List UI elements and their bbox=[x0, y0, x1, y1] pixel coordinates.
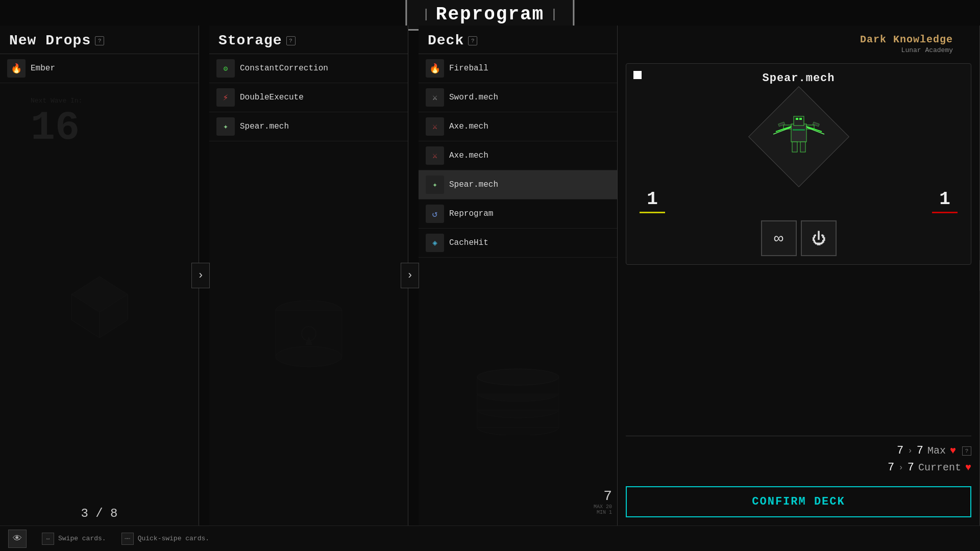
card-detail-image bbox=[753, 91, 845, 183]
stat-right: 1 bbox=[932, 189, 958, 213]
page-title: Reprogram bbox=[436, 4, 544, 25]
svg-rect-20 bbox=[799, 118, 802, 120]
deck-stat-current-row: 7 › 7 Current ♥ bbox=[626, 461, 971, 474]
deck-current-label: Current bbox=[918, 462, 961, 473]
deck-stat-max-row: 7 › 7 Max ♥ ? bbox=[626, 444, 971, 457]
deck-max-heart: ♥ bbox=[950, 445, 956, 457]
card-name-reprogram: Reprogram bbox=[449, 209, 493, 218]
card-actions: ∞ ⏻ bbox=[761, 220, 837, 256]
list-item[interactable]: ✦ Spear.mech bbox=[209, 112, 408, 141]
storage-header: Storage ? bbox=[209, 26, 408, 54]
card-detail-name: Spear.mech bbox=[762, 72, 835, 85]
arrow-to-storage[interactable]: › bbox=[191, 263, 210, 288]
new-drops-title: New Drops bbox=[9, 33, 91, 48]
card-icon-fireball: 🔥 bbox=[426, 59, 444, 78]
list-item[interactable]: 🔥 Fireball bbox=[419, 54, 617, 83]
card-icon-de: ⚡ bbox=[216, 88, 235, 107]
svg-rect-18 bbox=[794, 116, 804, 126]
deck-stack-icon bbox=[467, 348, 569, 435]
svg-line-28 bbox=[773, 128, 791, 134]
list-item[interactable]: ✦ Spear.mech bbox=[419, 170, 617, 199]
new-drops-list: 🔥 Ember bbox=[0, 54, 199, 83]
card-icon-sm: ✦ bbox=[216, 117, 235, 136]
detail-subtitle: Lunar Academy bbox=[626, 46, 953, 54]
deck-current-heart: ♥ bbox=[965, 462, 971, 473]
deck-max-from: 7 bbox=[897, 444, 903, 457]
list-item[interactable]: ⚡ DoubleExecute bbox=[209, 83, 408, 112]
cube-icon bbox=[61, 266, 138, 343]
stat-bar-red bbox=[932, 212, 958, 213]
card-name-cache: CacheHit bbox=[449, 238, 488, 247]
hint-1-icon: ↔ bbox=[42, 533, 54, 545]
detail-header: Dark Knowledge Lunar Academy bbox=[626, 34, 971, 58]
deck-current-from: 7 bbox=[888, 461, 894, 474]
list-item[interactable]: ⚙ ConstantCorrection bbox=[209, 54, 408, 83]
col-detail: Dark Knowledge Lunar Academy ▲ › Spear.m… bbox=[618, 26, 980, 525]
card-name-fireball: Fireball bbox=[449, 64, 488, 73]
main-layout: New Drops ? 🔥 Ember Next Wave In: 16 bbox=[0, 26, 980, 525]
card-name-cc: ConstantCorrection bbox=[240, 64, 328, 73]
svg-point-16 bbox=[477, 369, 559, 385]
storage-help-icon[interactable]: ? bbox=[286, 36, 296, 45]
card-name-axe2: Axe.mech bbox=[449, 151, 488, 160]
deck-help-icon[interactable]: ? bbox=[468, 36, 477, 45]
svg-rect-31 bbox=[793, 129, 805, 131]
svg-rect-25 bbox=[792, 142, 797, 152]
deck-current-to: 7 bbox=[908, 461, 914, 474]
svg-point-7 bbox=[276, 346, 342, 367]
new-drops-counter: 3 / 8 bbox=[81, 507, 117, 520]
card-detail-box: Spear.mech bbox=[626, 63, 971, 265]
storage-icon bbox=[268, 288, 350, 380]
storage-illustration bbox=[209, 141, 408, 525]
col-deck: Deck ? 🔥 Fireball ⚔ Sword.mech ⚔ Axe.mec… bbox=[419, 26, 618, 525]
new-drops-illustration bbox=[0, 83, 199, 525]
deck-count-block: 7 MAX 20 MIN 1 bbox=[594, 488, 612, 515]
deck-current-arrow: › bbox=[898, 463, 903, 472]
action-power-button[interactable]: ⏻ bbox=[801, 220, 837, 256]
deck-max-arrow: › bbox=[908, 446, 913, 456]
confirm-deck-button[interactable]: CONFIRM DECK bbox=[626, 486, 971, 517]
card-name-de: DoubleExecute bbox=[240, 93, 304, 102]
detail-title: Dark Knowledge bbox=[626, 34, 953, 45]
svg-line-30 bbox=[807, 128, 824, 134]
stat-right-value: 1 bbox=[939, 189, 950, 210]
deck-title: Deck bbox=[428, 33, 464, 48]
col-storage: Storage ? ⚙ ConstantCorrection ⚡ DoubleE… bbox=[209, 26, 408, 525]
col-new-drops: New Drops ? 🔥 Ember Next Wave In: 16 bbox=[0, 26, 199, 525]
svg-rect-17 bbox=[791, 124, 806, 142]
card-stats: 1 1 bbox=[634, 189, 963, 213]
list-item[interactable]: ⚔ Axe.mech bbox=[419, 141, 617, 170]
deck-list: 🔥 Fireball ⚔ Sword.mech ⚔ Axe.mech ⚔ Axe… bbox=[419, 54, 617, 258]
list-item[interactable]: 🔥 Ember bbox=[0, 54, 199, 83]
card-icon-sword: ⚔ bbox=[426, 88, 444, 107]
deck-max-label: Max bbox=[927, 445, 946, 457]
detail-panel: Dark Knowledge Lunar Academy ▲ › Spear.m… bbox=[618, 26, 979, 525]
list-item[interactable]: ⚔ Sword.mech bbox=[419, 83, 617, 112]
list-item[interactable]: ↺ Reprogram bbox=[419, 199, 617, 229]
deck-header: Deck ? bbox=[419, 26, 617, 54]
hint-2-icon: ↔↔ bbox=[121, 533, 134, 545]
deck-size: 7 bbox=[603, 488, 612, 504]
card-icon-reprogram: ↺ bbox=[426, 205, 444, 223]
eye-button[interactable]: 👁 bbox=[8, 530, 27, 548]
hint-1: ↔ Swipe cards. bbox=[42, 533, 106, 545]
list-item[interactable]: ⚔ Axe.mech bbox=[419, 112, 617, 141]
storage-title: Storage bbox=[218, 33, 282, 48]
card-icon-cache: ◈ bbox=[426, 234, 444, 252]
card-icon-ember: 🔥 bbox=[7, 59, 26, 78]
arrow-to-deck[interactable]: › bbox=[401, 263, 419, 288]
new-drops-help-icon[interactable]: ? bbox=[95, 36, 104, 45]
card-icon-cc: ⚙ bbox=[216, 59, 235, 78]
deck-max: MAX 20 bbox=[594, 504, 612, 510]
hint-1-text: Swipe cards. bbox=[58, 535, 106, 542]
card-name-sm: Spear.mech bbox=[240, 122, 289, 131]
deck-max-to: 7 bbox=[917, 444, 923, 457]
deck-stats: 7 › 7 Max ♥ ? 7 › 7 Current ♥ CONFIRM DE… bbox=[626, 436, 971, 517]
card-icon-axe1: ⚔ bbox=[426, 117, 444, 136]
deck-stat-help[interactable]: ? bbox=[962, 446, 971, 456]
list-item[interactable]: ◈ CacheHit bbox=[419, 229, 617, 258]
card-name-spear-deck: Spear.mech bbox=[449, 180, 498, 189]
action-infinity-button[interactable]: ∞ bbox=[761, 220, 797, 256]
stat-left: 1 bbox=[640, 189, 665, 213]
white-square-indicator bbox=[633, 71, 642, 79]
